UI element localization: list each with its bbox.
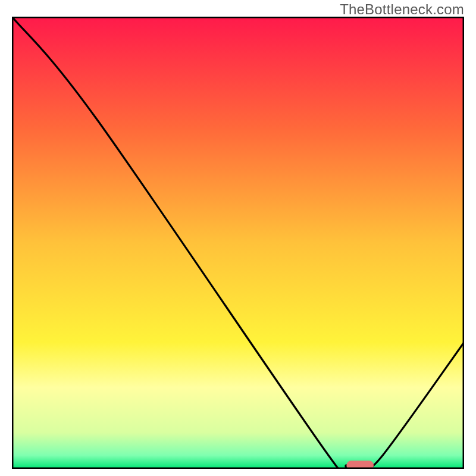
gradient-background — [12, 17, 464, 469]
watermark-text: TheBottleneck.com — [340, 1, 464, 18]
chart-plot — [12, 17, 464, 469]
chart-svg — [12, 17, 464, 469]
chart-frame: TheBottleneck.com — [0, 0, 476, 476]
